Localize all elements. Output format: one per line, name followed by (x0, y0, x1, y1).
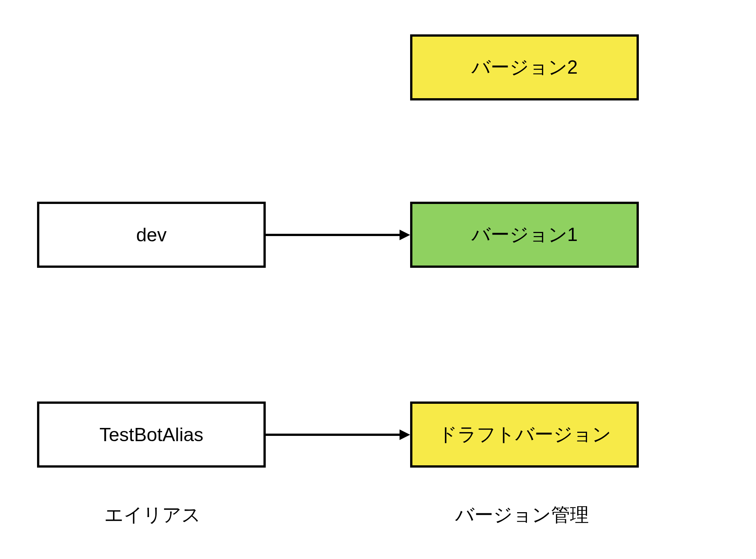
version2-label: バージョン2 (471, 55, 578, 80)
arrowhead-testbotalias-to-draftversion (400, 429, 410, 440)
draftversion-box: ドラフトバージョン (410, 401, 639, 468)
version1-box: バージョン1 (410, 202, 639, 268)
alias-column-label: エイリアス (104, 502, 201, 528)
arrowhead-dev-to-version1 (400, 230, 410, 240)
version1-label: バージョン1 (471, 222, 578, 247)
arrow-dev-to-version1 (266, 234, 400, 236)
arrow-testbotalias-to-draftversion (266, 434, 400, 436)
dev-alias-box: dev (37, 202, 266, 268)
dev-alias-label: dev (136, 224, 167, 246)
draftversion-label: ドラフトバージョン (438, 422, 611, 447)
version2-box: バージョン2 (410, 34, 639, 100)
version-column-label: バージョン管理 (455, 502, 589, 528)
testbotalias-label: TestBotAlias (99, 424, 203, 446)
testbotalias-box: TestBotAlias (37, 401, 266, 468)
